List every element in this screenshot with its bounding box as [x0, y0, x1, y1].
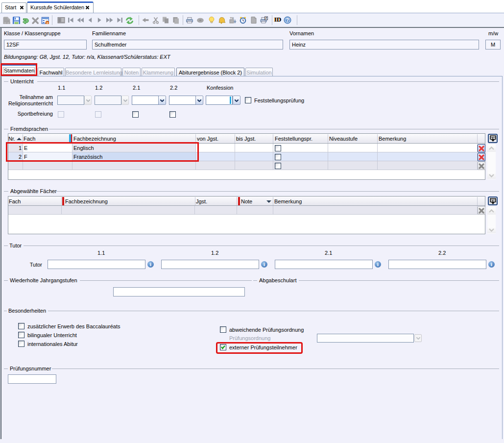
- svg-text:TB: TB: [230, 17, 235, 20]
- svg-text:?: ?: [286, 18, 289, 23]
